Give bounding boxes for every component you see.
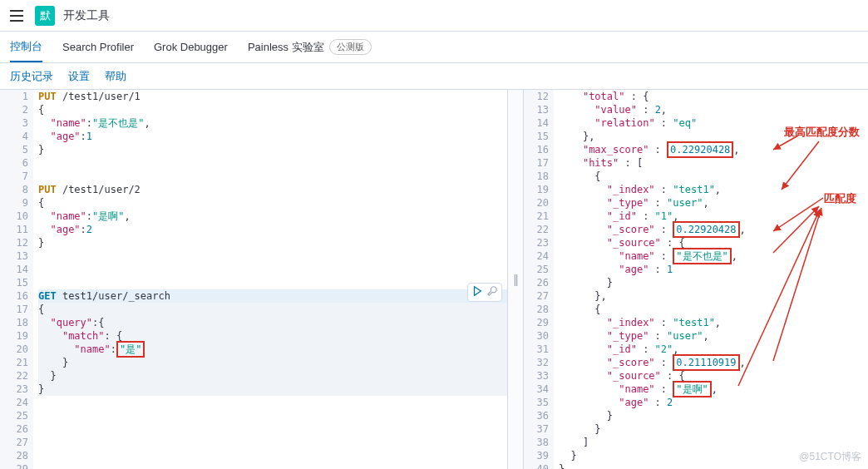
line-gutter-right: 1213141516171819202122232425262728293031… <box>524 90 554 469</box>
tab-grok-debugger[interactable]: Grok Debugger <box>154 32 228 62</box>
request-editor[interactable]: 1234567891011121314151617181920212223242… <box>0 90 507 469</box>
watermark: @51CTO博客 <box>799 450 861 464</box>
top-bar: 默 开发工具 <box>0 0 868 32</box>
response-viewer[interactable]: 1213141516171819202122232425262728293031… <box>524 90 868 469</box>
subtab-history[interactable]: 历史记录 <box>10 69 53 84</box>
run-icon[interactable] <box>471 285 483 299</box>
pane-divider[interactable]: ‖ <box>507 90 524 469</box>
annotation-match-score: 匹配度 <box>824 191 856 206</box>
wrench-icon[interactable] <box>486 285 498 299</box>
tab-painless-label: Painless 实验室 <box>248 40 324 55</box>
beta-badge: 公测版 <box>329 39 372 55</box>
subtab-settings[interactable]: 设置 <box>68 69 90 84</box>
main-tabs: 控制台 Search Profiler Grok Debugger Painle… <box>0 32 868 63</box>
annotation-max-score: 最高匹配度分数 <box>784 125 860 140</box>
request-content[interactable]: PUT /test1/user/1{ "name":"是不也是", "age":… <box>33 90 507 469</box>
response-content: "total" : { "value" : 2, "relation" : "e… <box>554 90 868 469</box>
request-actions <box>467 283 502 302</box>
subtab-help[interactable]: 帮助 <box>105 69 126 84</box>
hamburger-icon[interactable] <box>7 6 27 26</box>
app-badge: 默 <box>35 6 55 26</box>
editor-panes: 1234567891011121314151617181920212223242… <box>0 90 868 469</box>
tab-console[interactable]: 控制台 <box>10 32 42 62</box>
tab-search-profiler[interactable]: Search Profiler <box>62 32 134 62</box>
tab-painless[interactable]: Painless 实验室 公测版 <box>248 32 372 62</box>
divider-handle-icon: ‖ <box>513 273 519 286</box>
line-gutter-left: 1234567891011121314151617181920212223242… <box>0 90 33 469</box>
app-title: 开发工具 <box>63 8 110 23</box>
subtabs: 历史记录 设置 帮助 <box>0 63 868 90</box>
